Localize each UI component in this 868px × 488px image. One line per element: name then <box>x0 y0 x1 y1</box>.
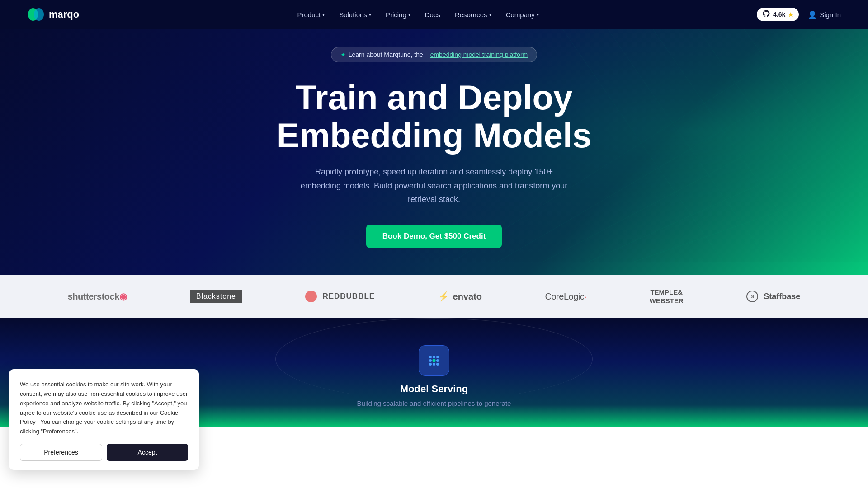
svg-line-4 <box>588 0 769 262</box>
chevron-icon: ▾ <box>537 12 539 17</box>
sparkle-icon: ✦ <box>340 51 346 58</box>
user-icon: 👤 <box>808 10 817 19</box>
logo-corelogic: CoreLogic· <box>545 291 587 302</box>
svg-point-15 <box>436 356 439 358</box>
nav-solutions[interactable]: Solutions ▾ <box>339 11 371 19</box>
svg-point-17 <box>433 359 436 362</box>
cta-button[interactable]: Book Demo, Get $500 Credit <box>366 225 502 248</box>
hero-title: Train and Deploy Embedding Models <box>277 79 592 154</box>
chevron-icon: ▾ <box>489 12 491 17</box>
model-serving-description: Building scalable and efficient pipeline… <box>357 399 511 407</box>
logo-temple-webster: TEMPLE&WEBSTER <box>650 288 684 305</box>
preferences-button[interactable]: Preferences <box>20 444 102 461</box>
nav-product[interactable]: Product ▾ <box>297 11 325 19</box>
navbar-links: Product ▾ Solutions ▾ Pricing ▾ Docs Res… <box>297 11 538 19</box>
staffbase-icon: S <box>746 291 758 302</box>
announcement-link[interactable]: embedding model training platform <box>430 51 528 58</box>
svg-point-13 <box>429 356 432 358</box>
logo-redbubble: REDBUBBLE <box>305 291 375 302</box>
model-serving-icon <box>419 345 449 376</box>
nav-resources[interactable]: Resources ▾ <box>455 11 491 19</box>
chevron-icon: ▾ <box>369 12 371 17</box>
chevron-icon: ▾ <box>408 12 410 17</box>
dots-grid-icon <box>426 352 442 369</box>
svg-line-7 <box>723 0 868 203</box>
accept-button[interactable]: Accept <box>107 444 188 461</box>
svg-point-1 <box>34 8 44 21</box>
nav-company[interactable]: Company ▾ <box>506 11 539 19</box>
cookie-text: We use essential cookies to make our sit… <box>20 380 188 436</box>
nav-docs[interactable]: Docs <box>425 11 440 19</box>
cookie-preferences-link[interactable]: Preferences <box>43 428 75 435</box>
announcement-bar[interactable]: ✦ Learn about Marqtune, the embedding mo… <box>331 47 537 62</box>
logo-blackstone: Blackstone <box>190 290 242 303</box>
logo[interactable]: marqo <box>27 8 79 21</box>
logos-strip: shutterstock◉ Blackstone REDBUBBLE ⚡ env… <box>0 275 868 318</box>
redbubble-icon <box>305 291 317 302</box>
navbar: marqo Product ▾ Solutions ▾ Pricing ▾ Do… <box>0 0 868 29</box>
cookie-banner: We use essential cookies to make our sit… <box>9 369 199 470</box>
svg-point-19 <box>429 363 432 366</box>
logo-staffbase: S Staffbase <box>746 291 800 302</box>
github-count: 4.6k <box>773 11 785 18</box>
svg-point-21 <box>436 363 439 366</box>
logo-envato: ⚡ envato <box>438 291 482 302</box>
svg-point-20 <box>433 363 435 366</box>
github-icon <box>762 9 770 19</box>
svg-line-6 <box>678 0 859 262</box>
signin-button[interactable]: 👤 Sign In <box>808 10 841 19</box>
svg-line-11 <box>588 136 868 262</box>
hero-section: ✦ Learn about Marqtune, the embedding mo… <box>0 0 868 275</box>
navbar-right: 4.6k ★ 👤 Sign In <box>757 8 841 21</box>
nav-pricing[interactable]: Pricing ▾ <box>386 11 410 19</box>
svg-line-5 <box>633 0 814 262</box>
github-badge[interactable]: 4.6k ★ <box>757 8 799 21</box>
star-icon: ★ <box>788 11 793 18</box>
svg-point-16 <box>429 359 432 362</box>
hero-subtitle: Rapidly prototype, speed up iteration an… <box>298 165 570 206</box>
envato-icon: ⚡ <box>438 291 449 302</box>
svg-point-18 <box>436 359 439 362</box>
logo-shutterstock: shutterstock◉ <box>68 291 127 302</box>
cookie-buttons: Preferences Accept <box>20 444 188 461</box>
chevron-icon: ▾ <box>322 12 325 17</box>
logo-icon <box>27 8 44 21</box>
svg-line-12 <box>633 181 868 262</box>
svg-point-14 <box>433 356 435 358</box>
logo-text: marqo <box>49 9 79 20</box>
model-serving-title: Model Serving <box>400 383 468 395</box>
